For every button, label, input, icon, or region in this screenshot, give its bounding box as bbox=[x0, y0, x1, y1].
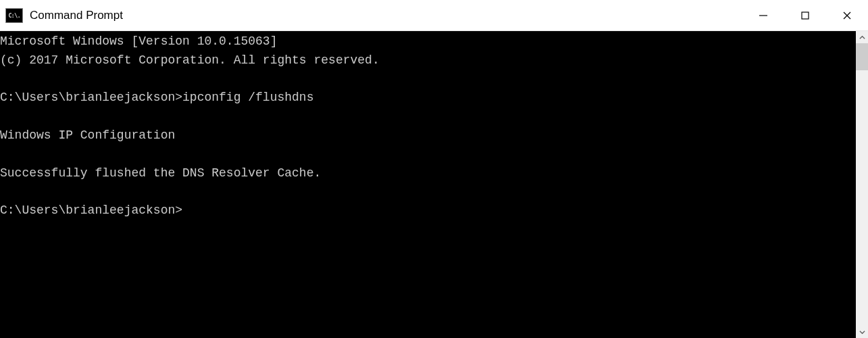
scroll-up-button[interactable] bbox=[856, 31, 868, 43]
scroll-thumb[interactable] bbox=[856, 43, 868, 70]
terminal-area: Microsoft Windows [Version 10.0.15063] (… bbox=[0, 31, 868, 338]
chevron-up-icon bbox=[859, 34, 865, 41]
scroll-track[interactable] bbox=[856, 43, 868, 326]
minimize-icon bbox=[759, 11, 768, 20]
app-icon: C:\. bbox=[5, 8, 23, 23]
maximize-button[interactable] bbox=[784, 0, 826, 30]
scroll-down-button[interactable] bbox=[856, 326, 868, 338]
window-controls bbox=[742, 0, 868, 30]
app-icon-text: C:\. bbox=[8, 12, 20, 19]
maximize-icon bbox=[800, 11, 810, 20]
window-title: Command Prompt bbox=[30, 9, 742, 22]
terminal-output[interactable]: Microsoft Windows [Version 10.0.15063] (… bbox=[0, 31, 856, 338]
close-icon bbox=[842, 11, 852, 20]
scrollbar[interactable] bbox=[856, 31, 868, 338]
minimize-button[interactable] bbox=[742, 0, 784, 30]
titlebar[interactable]: C:\. Command Prompt bbox=[0, 0, 868, 31]
chevron-down-icon bbox=[859, 329, 865, 335]
svg-rect-1 bbox=[802, 12, 809, 19]
close-button[interactable] bbox=[826, 0, 868, 30]
command-prompt-window: C:\. Command Prompt Microsoft W bbox=[0, 0, 868, 338]
